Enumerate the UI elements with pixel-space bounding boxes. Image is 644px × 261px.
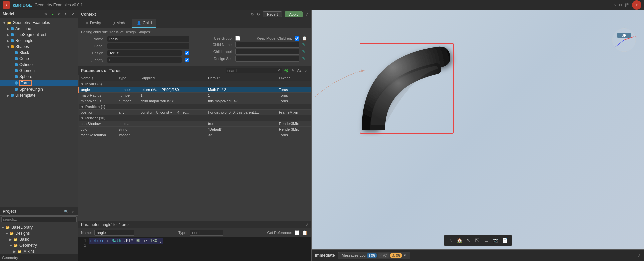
tree-item-cone[interactable]: Cone — [0, 56, 78, 62]
arrow-icon: ▼ — [7, 45, 11, 49]
sort-az-button[interactable]: AZ — [297, 68, 302, 73]
viewport[interactable]: X Y Z UP — [312, 10, 644, 249]
table-row[interactable]: angle number return (Math.PI*90)/180; Ma… — [79, 87, 311, 93]
child-label-input[interactable] — [235, 49, 299, 55]
titlebar-left: k kBRiDGE Geometry Examples v0.0.1 — [3, 1, 83, 9]
model-icon-eye[interactable]: 👁 — [43, 11, 49, 17]
tree-item-shapes[interactable]: ▼ Shapes — [0, 44, 78, 50]
help-button[interactable]: ? — [614, 3, 616, 7]
nav-cube[interactable]: X Y Z UP — [611, 27, 637, 53]
cell-owner: Torus — [277, 87, 311, 93]
node-icon — [15, 69, 18, 72]
add-param-button[interactable]: ⊕ — [283, 68, 289, 73]
tree-label: Basic — [19, 237, 29, 242]
tree-item-gnomon[interactable]: Gnomon — [0, 68, 78, 74]
copy-icon[interactable]: 📋 — [302, 36, 309, 41]
vt-transform-button[interactable]: ⇱ — [473, 236, 481, 244]
keep-model-children-checkbox[interactable] — [295, 36, 299, 41]
project-tree: ▼ 📂 BaseLibrary ▼ 📂 Designs ▶ 📁 Basic — [0, 223, 78, 254]
messages-expand-button[interactable]: ▼ — [403, 253, 407, 257]
vt-view-button[interactable]: ▭ — [483, 236, 491, 244]
fullscreen-icon[interactable]: ⤢ — [305, 12, 309, 17]
tree-item-torus[interactable]: Torus — [0, 80, 78, 86]
design-set-label: Design Set: — [193, 57, 233, 61]
expand-editor-button[interactable]: ⤢ — [305, 222, 309, 227]
arrow-icon: ▶ — [7, 27, 11, 31]
revert-button[interactable]: Revert — [263, 11, 282, 17]
table-row[interactable]: castShadow boolean true Render3Mixin — [79, 121, 311, 127]
table-row[interactable]: position any const x = 8; const y = -4; … — [79, 110, 311, 115]
design-input[interactable] — [107, 50, 182, 56]
code-editor[interactable]: 1 return ( Math .PI* 90 )/ 180 ; — [78, 237, 311, 261]
use-group-checkbox[interactable] — [235, 36, 240, 41]
table-row[interactable]: color string "Default" Render3Mixin — [79, 127, 311, 132]
tree-item-linesegmenttest[interactable]: ▶ LineSegmentTest — [0, 32, 78, 38]
vt-fullscreen-button[interactable]: ⤡ — [447, 236, 455, 244]
vt-home-button[interactable]: 🏠 — [456, 236, 464, 244]
tree-item-cylinder[interactable]: Cylinder — [0, 62, 78, 68]
design-set-input[interactable] — [235, 56, 299, 62]
tree-item-baselibrary[interactable]: ▼ 📂 BaseLibrary — [0, 224, 78, 230]
project-search-icon[interactable]: 🔍 — [63, 209, 69, 214]
project-search-input[interactable] — [1, 216, 77, 222]
tree-item-geometry-examples[interactable]: ▼ 📁 Geometry_Examples — [0, 20, 78, 26]
quantity-input[interactable] — [107, 57, 182, 63]
redo-button[interactable]: ↻ — [257, 12, 260, 17]
name-input[interactable] — [107, 36, 189, 42]
expand-params-button[interactable]: ⤢ — [303, 68, 309, 73]
tree-item-arc-line[interactable]: ▶ Arc_Line — [0, 26, 78, 32]
tree-item-sphereorigin[interactable]: SphereOrigin — [0, 86, 78, 92]
flag-button[interactable]: 🏴 — [625, 3, 629, 7]
vt-camera-button[interactable]: 📷 — [491, 236, 499, 244]
user-avatar[interactable]: k — [632, 0, 641, 10]
model-icon-refresh[interactable]: ↺ — [57, 11, 62, 17]
tree-item-basic[interactable]: ▶ 📁 Basic — [0, 236, 78, 242]
collapse-arrow[interactable]: ▼ — [81, 82, 84, 86]
table-row[interactable]: majorRadius number 1 1 Torus — [79, 93, 311, 98]
col-name: Name ↑ — [79, 75, 116, 81]
tree-item-uitemplate[interactable]: ▶ UITemplate — [0, 92, 78, 98]
tree-item-geometry[interactable]: ▼ 📂 Geometry — [0, 242, 78, 248]
edit-param-button[interactable]: ✎ — [290, 68, 295, 73]
undo-button[interactable]: ↺ — [251, 12, 254, 17]
project-search-bar — [0, 216, 78, 223]
design-set-icon[interactable]: ✎ — [302, 56, 309, 61]
param-type-field[interactable] — [190, 230, 223, 236]
tree-item-sphere[interactable]: Sphere — [0, 74, 78, 80]
vt-render-button[interactable]: 📄 — [501, 236, 509, 244]
expand-bottom-button[interactable]: ⤢ — [634, 252, 644, 259]
params-search-input[interactable] — [227, 69, 277, 73]
cell-default: "Default" — [206, 127, 277, 132]
label-input[interactable] — [107, 43, 189, 49]
model-icon-dot[interactable]: ● — [50, 11, 55, 17]
tab-child[interactable]: 👤 Child — [132, 19, 156, 28]
tree-item-designs[interactable]: ▼ 📂 Designs — [0, 230, 78, 236]
collapse-arrow[interactable]: ▼ — [81, 116, 84, 120]
get-reference-checkbox[interactable] — [295, 230, 299, 235]
design-checkbox[interactable] — [185, 51, 189, 55]
collapse-arrow[interactable]: ▼ — [81, 105, 84, 109]
child-label-icon[interactable]: ✎ — [302, 49, 309, 54]
messages-log-tab[interactable]: Messages Log ℹ (0) ✓ (0) ⚠ (0) ▼ — [338, 252, 410, 259]
mail-button[interactable]: ✉ — [619, 3, 622, 7]
model-icon-refresh2[interactable]: ↻ — [63, 11, 69, 17]
tab-design[interactable]: ✏ Design — [81, 19, 107, 28]
params-tools: ✕ ⊕ ✎ AZ ⤢ — [226, 68, 309, 73]
table-row[interactable]: minorRadius number child.majorRadius/3; … — [79, 98, 311, 104]
tree-item-block[interactable]: Block — [0, 50, 78, 56]
copy-ref-icon[interactable]: 📋 — [302, 230, 309, 235]
vt-cursor-button[interactable]: ↖ — [464, 236, 472, 244]
model-icon-expand[interactable]: ⤢ — [70, 11, 75, 17]
immediate-label: Immediate — [315, 253, 335, 258]
project-expand-icon[interactable]: ⤢ — [70, 209, 75, 214]
apply-button[interactable]: Apply — [285, 11, 303, 17]
quantity-checkbox[interactable] — [185, 58, 189, 62]
tree-item-rectangle[interactable]: ▶ Rectangle — [0, 38, 78, 44]
param-name-field[interactable] — [94, 230, 134, 236]
table-row[interactable]: facetResolution integer 32 Torus — [79, 132, 311, 138]
tree-item-mixins[interactable]: ▶ 📁 Mixins — [0, 248, 78, 254]
tab-model[interactable]: ⬡ Model — [107, 19, 132, 28]
child-name-input[interactable] — [235, 42, 299, 48]
search-clear-button[interactable]: ✕ — [277, 68, 280, 73]
child-name-icon[interactable]: ✎ — [302, 42, 309, 47]
